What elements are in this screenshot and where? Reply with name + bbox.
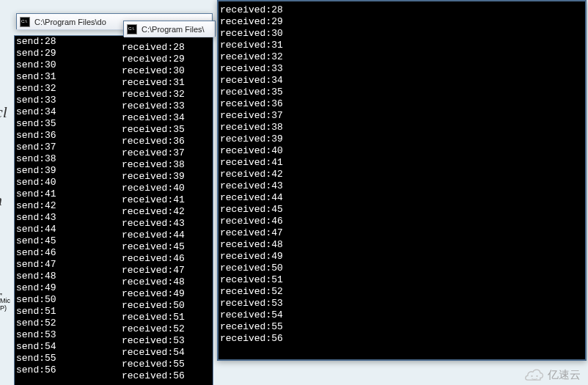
console-line: send:43 bbox=[16, 212, 56, 224]
console-line: send:53 bbox=[16, 329, 56, 341]
console-line: received:51 bbox=[122, 312, 185, 323]
console-line: received:43 bbox=[220, 180, 283, 192]
console-line: received:32 bbox=[220, 51, 283, 63]
console-line: received:34 bbox=[122, 112, 185, 124]
console-line: send:33 bbox=[16, 95, 56, 106]
console-line: received:43 bbox=[122, 218, 185, 230]
console-line: send:52 bbox=[16, 318, 56, 329]
cmd-icon bbox=[20, 17, 30, 27]
console-line: received:32 bbox=[122, 89, 185, 100]
console-line: received:54 bbox=[122, 347, 185, 359]
cmd-icon bbox=[127, 24, 137, 34]
console-line: send:42 bbox=[16, 200, 56, 212]
console-line: received:30 bbox=[122, 65, 185, 77]
console-line: send:28 bbox=[16, 36, 56, 48]
console-line: received:37 bbox=[220, 110, 283, 122]
console-line: send:54 bbox=[16, 341, 56, 353]
console-line: received:48 bbox=[122, 276, 185, 288]
received-column: received:28received:29received:30receive… bbox=[122, 42, 185, 382]
console-line: received:50 bbox=[220, 263, 283, 274]
console-line: received:45 bbox=[122, 241, 185, 253]
console-line: send:44 bbox=[16, 224, 56, 235]
console-line: send:56 bbox=[16, 364, 56, 376]
console-line: received:37 bbox=[122, 147, 185, 159]
console-line: send:39 bbox=[16, 165, 56, 177]
console-line: received:46 bbox=[122, 253, 185, 265]
console-window-2-titlebar[interactable]: C:\Program Files\ bbox=[123, 21, 216, 37]
console-line: received:30 bbox=[220, 28, 283, 40]
console-line: received:41 bbox=[220, 157, 283, 169]
console-line: send:49 bbox=[16, 282, 56, 294]
console-line: received:55 bbox=[220, 321, 283, 333]
console-line: received:29 bbox=[220, 16, 283, 28]
console-line: received:42 bbox=[122, 206, 185, 218]
console-line: received:38 bbox=[122, 159, 185, 171]
console-line: send:34 bbox=[16, 106, 56, 118]
watermark-text: 亿速云 bbox=[548, 368, 581, 382]
console-line: received:56 bbox=[122, 370, 185, 382]
console-line: received:53 bbox=[220, 298, 283, 309]
console-line: received:47 bbox=[122, 265, 185, 276]
console-line: send:45 bbox=[16, 235, 56, 247]
console-line: received:49 bbox=[220, 251, 283, 263]
console-line: send:38 bbox=[16, 153, 56, 165]
console-line: send:31 bbox=[16, 71, 56, 83]
console-line: received:50 bbox=[122, 300, 185, 312]
console-line: received:55 bbox=[122, 359, 185, 370]
console-line: send:29 bbox=[16, 48, 56, 59]
console-line: received:47 bbox=[220, 227, 283, 239]
send-column: send:28send:29send:30send:31send:32send:… bbox=[16, 36, 56, 376]
console-window-3[interactable]: received:28received:29received:30receive… bbox=[217, 0, 587, 361]
console-line: received:48 bbox=[220, 239, 283, 251]
console-line: send:41 bbox=[16, 188, 56, 200]
watermark: 亿速云 bbox=[524, 368, 581, 382]
console-line: received:56 bbox=[220, 333, 283, 345]
console-line: received:29 bbox=[122, 54, 185, 65]
console-line: received:49 bbox=[122, 288, 185, 300]
console-line: received:40 bbox=[220, 145, 283, 157]
console-line: send:37 bbox=[16, 142, 56, 153]
console-line: received:38 bbox=[220, 122, 283, 133]
console-line: received:51 bbox=[220, 274, 283, 286]
console-line: send:35 bbox=[16, 118, 56, 130]
console-line: send:32 bbox=[16, 83, 56, 95]
console-line: send:48 bbox=[16, 271, 56, 282]
console-line: received:35 bbox=[122, 124, 185, 136]
console-line: received:33 bbox=[122, 100, 185, 112]
console-line: send:50 bbox=[16, 294, 56, 306]
console-window-1-body[interactable]: send:28send:29send:30send:31send:32send:… bbox=[14, 35, 213, 385]
console-line: send:46 bbox=[16, 247, 56, 259]
console-body[interactable]: received:28received:29received:30receive… bbox=[218, 1, 585, 359]
console-line: send:36 bbox=[16, 130, 56, 142]
desktop-text-fragment: n bbox=[0, 191, 2, 210]
console-line: received:42 bbox=[220, 169, 283, 180]
titlebar[interactable]: C:\Program Files\ bbox=[124, 21, 215, 37]
console-line: received:44 bbox=[122, 230, 185, 241]
console-line: send:55 bbox=[16, 353, 56, 364]
desktop-text-fragment: cl bbox=[0, 103, 7, 122]
window-title: C:\Program Files\do bbox=[34, 18, 106, 26]
console-line: received:45 bbox=[220, 204, 283, 216]
console-line: received:52 bbox=[122, 323, 185, 335]
console-line: send:47 bbox=[16, 259, 56, 271]
console-line: received:52 bbox=[220, 286, 283, 298]
received-column: received:28received:29received:30receive… bbox=[220, 4, 283, 345]
console-line: send:40 bbox=[16, 177, 56, 188]
console-line: received:39 bbox=[220, 133, 283, 145]
console-line: received:53 bbox=[122, 335, 185, 347]
console-line: received:28 bbox=[122, 42, 185, 54]
console-line: received:36 bbox=[220, 98, 283, 110]
cloud-icon bbox=[524, 369, 545, 382]
console-line: received:31 bbox=[122, 77, 185, 89]
console-line: received:34 bbox=[220, 75, 283, 87]
console-line: send:51 bbox=[16, 306, 56, 318]
svg-point-0 bbox=[531, 375, 532, 376]
console-line: received:44 bbox=[220, 192, 283, 204]
desktop-shortcut[interactable]: Mic P) bbox=[0, 297, 13, 356]
console-line: received:36 bbox=[122, 136, 185, 147]
console-line: received:35 bbox=[220, 87, 283, 98]
svg-point-1 bbox=[536, 375, 537, 376]
console-line: received:46 bbox=[220, 216, 283, 227]
console-line: received:33 bbox=[220, 63, 283, 75]
console-line: received:31 bbox=[220, 40, 283, 51]
